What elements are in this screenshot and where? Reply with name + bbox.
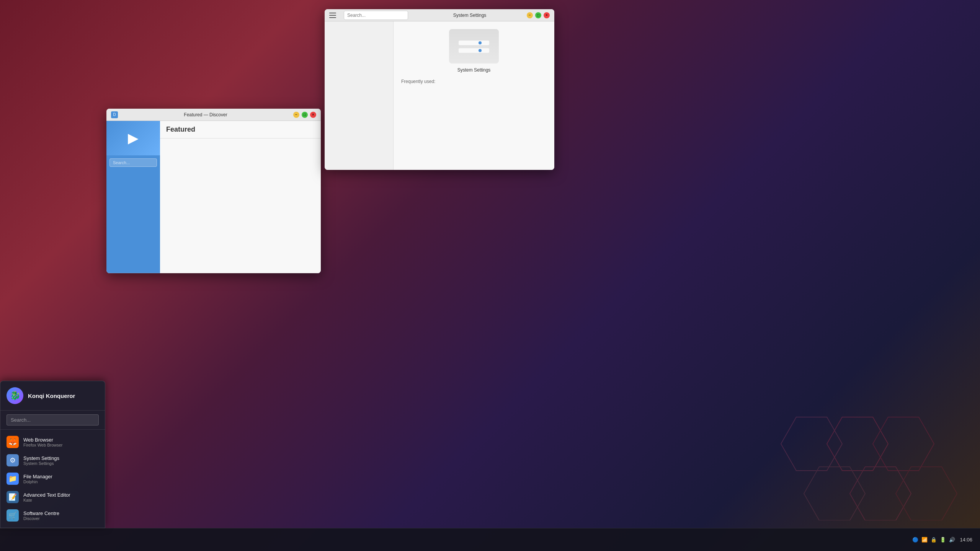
svg-marker-2 — [873, 417, 934, 471]
taskbar: 🔵 📶 🔒 🔋 🔊 14:06 — [0, 528, 980, 551]
konqi-app-desc-advanced-text-editor: Kate — [23, 498, 99, 502]
settings-freq-label: Frequently used: — [401, 79, 547, 84]
lock-icon: 🔒 — [931, 537, 937, 543]
discover-minimize-button[interactable]: − — [293, 112, 299, 118]
konqi-app-icon-software-centre: 🛒 — [7, 509, 19, 522]
settings-search-input[interactable] — [344, 11, 408, 20]
wifi-icon: 📶 — [921, 537, 928, 543]
settings-titlebar: System Settings − □ × — [325, 9, 554, 21]
discover-window-icon: D — [111, 111, 118, 118]
discover-window: D Featured — Discover − □ × ▶ Featured — [106, 109, 321, 273]
konqi-app-name-software-centre: Software Centre — [23, 510, 99, 516]
svg-marker-5 — [896, 467, 957, 520]
settings-window-controls: − □ × — [527, 12, 550, 18]
konqi-app-icon-web-browser: 🦊 — [7, 436, 19, 448]
konqi-username: Konqi Konqueror — [28, 393, 75, 399]
konqi-app-desc-web-browser: Firefox Web Browser — [23, 443, 99, 447]
settings-sidebar — [325, 21, 394, 170]
settings-window-title: System Settings — [413, 13, 527, 18]
konqi-app-system-settings[interactable]: ⚙ System Settings System Settings — [0, 451, 105, 469]
taskbar-right: 🔵 📶 🔒 🔋 🔊 14:06 — [912, 537, 972, 543]
konqi-app-desc-system-settings: System Settings — [23, 461, 99, 466]
konqi-app-advanced-text-editor[interactable]: 📝 Advanced Text Editor Kate — [0, 488, 105, 506]
discover-window-title: Featured — Discover — [118, 112, 293, 117]
discover-app-list — [160, 139, 321, 273]
konqi-app-list: 🦊 Web Browser Firefox Web Browser ⚙ Syst… — [0, 430, 105, 528]
konqi-app-desc-file-manager: Dolphin — [23, 479, 99, 484]
settings-hamburger-button[interactable] — [329, 12, 336, 19]
konqi-app-name-file-manager: File Manager — [23, 474, 99, 479]
discover-banner: ▶ — [106, 121, 160, 155]
konqi-app-name-system-settings: System Settings — [23, 455, 99, 461]
discover-search-input[interactable] — [109, 158, 157, 167]
discover-maximize-button[interactable]: □ — [302, 112, 308, 118]
discover-window-controls: − □ × — [293, 112, 316, 118]
settings-window: System Settings − □ × System Settings Fr… — [325, 9, 554, 170]
settings-main-content: System Settings Frequently used: — [394, 21, 554, 170]
settings-search-area — [344, 11, 408, 20]
konqi-search-area — [0, 411, 105, 430]
discover-search-area — [106, 155, 160, 170]
discover-titlebar: D Featured — Discover − □ × — [106, 109, 321, 121]
settings-preview-label: System Settings — [401, 67, 547, 73]
discover-nav-bottom — [106, 273, 160, 273]
konqi-app-icon-advanced-text-editor: 📝 — [7, 491, 19, 503]
konqi-app-name-web-browser: Web Browser — [23, 437, 99, 443]
konqi-search-input[interactable] — [7, 414, 99, 425]
konqi-app-file-manager[interactable]: 📁 File Manager Dolphin — [0, 469, 105, 488]
volume-icon: 🔊 — [949, 537, 955, 543]
svg-marker-3 — [804, 467, 865, 520]
konqi-app-name-advanced-text-editor: Advanced Text Editor — [23, 492, 99, 498]
konqi-app-software-centre[interactable]: 🛒 Software Centre Discover — [0, 506, 105, 525]
svg-marker-4 — [850, 467, 911, 520]
settings-titlebar-left — [329, 11, 413, 20]
discover-content: Featured — [160, 121, 321, 273]
tray-icons: 🔵 📶 🔒 🔋 🔊 — [912, 537, 955, 543]
taskbar-time: 14:06 — [960, 537, 972, 543]
svg-marker-1 — [827, 417, 888, 471]
konqi-app-desc-software-centre: Discover — [23, 516, 99, 521]
konqi-app-icon-system-settings: ⚙ — [7, 454, 19, 466]
discover-close-button[interactable]: × — [310, 112, 316, 118]
settings-maximize-button[interactable]: □ — [535, 12, 541, 18]
konqi-launcher: 🐉 Konqi Konqueror 🦊 Web Browser Firefox … — [0, 381, 105, 528]
konqi-avatar: 🐉 — [7, 387, 23, 404]
konqi-app-icon-file-manager: 📁 — [7, 473, 19, 485]
konqi-app-web-browser[interactable]: 🦊 Web Browser Firefox Web Browser — [0, 433, 105, 451]
bluetooth-icon: 🔵 — [912, 537, 918, 543]
settings-preview-box — [449, 29, 499, 64]
battery-icon: 🔋 — [940, 537, 946, 543]
settings-close-button[interactable]: × — [544, 12, 550, 18]
svg-marker-0 — [781, 417, 842, 471]
konqi-header: 🐉 Konqi Konqueror — [0, 381, 105, 411]
settings-minimize-button[interactable]: − — [527, 12, 533, 18]
discover-sidebar: ▶ — [106, 121, 160, 273]
discover-featured-title: Featured — [160, 121, 321, 139]
